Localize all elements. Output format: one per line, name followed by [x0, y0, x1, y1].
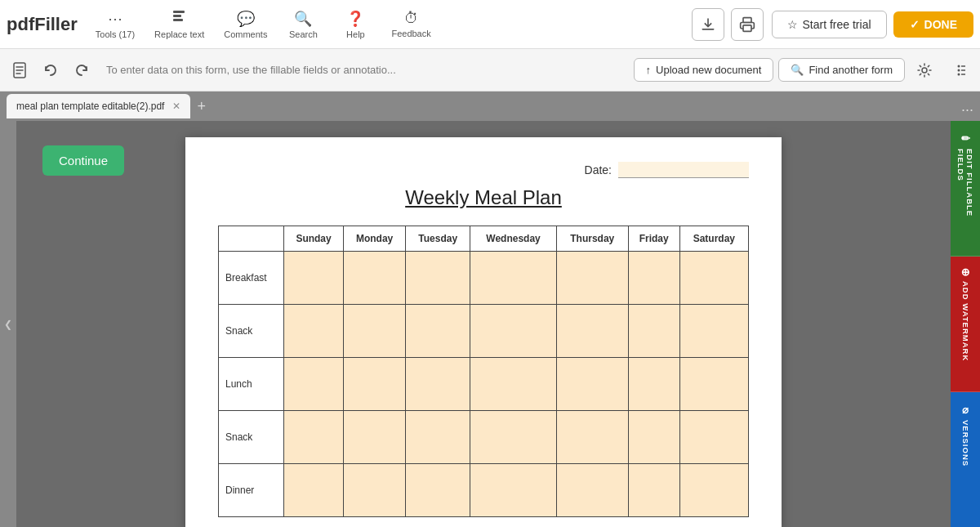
download-button[interactable] — [692, 8, 724, 41]
svg-point-9 — [958, 69, 960, 71]
cell-dinner-4-monday[interactable] — [344, 464, 406, 517]
start-trial-button[interactable]: ☆ Start free trial — [772, 11, 887, 38]
cell-dinner-4-thursday[interactable] — [556, 464, 628, 517]
tab-more-button[interactable]: ... — [961, 98, 973, 115]
cell-snack-3-sunday[interactable] — [284, 411, 344, 464]
print-button[interactable] — [731, 8, 764, 41]
page-icon-button[interactable] — [7, 57, 33, 83]
table-row: Snack — [219, 411, 749, 464]
cell-breakfast-0-sunday[interactable] — [284, 252, 344, 305]
replace-text-icon — [172, 9, 188, 28]
table-row: Snack — [219, 305, 749, 358]
start-trial-label: Start free trial — [803, 18, 871, 31]
cell-dinner-4-saturday[interactable] — [679, 464, 748, 517]
cell-breakfast-0-thursday[interactable] — [556, 252, 628, 305]
table-row: Dinner — [219, 464, 749, 517]
help-icon: ❓ — [346, 10, 364, 28]
header-empty — [219, 226, 284, 252]
cell-lunch-2-wednesday[interactable] — [470, 358, 556, 411]
comments-tool[interactable]: 💬 Comments — [216, 7, 275, 42]
header-sunday: Sunday — [284, 226, 344, 252]
upload-icon: ↑ — [646, 64, 652, 76]
cell-snack-1-wednesday[interactable] — [470, 305, 556, 358]
comments-icon: 💬 — [237, 10, 255, 28]
cell-dinner-4-wednesday[interactable] — [470, 464, 556, 517]
svg-point-10 — [958, 73, 960, 75]
cell-snack-1-friday[interactable] — [628, 305, 679, 358]
cell-snack-1-saturday[interactable] — [679, 305, 748, 358]
cell-snack-1-monday[interactable] — [344, 305, 406, 358]
feedback-label: Feedback — [391, 29, 430, 38]
cell-breakfast-0-wednesday[interactable] — [470, 252, 556, 305]
svg-rect-5 — [743, 25, 751, 31]
logo: pdfFiller — [7, 14, 78, 35]
left-sidebar-toggle[interactable]: ❮ — [4, 319, 12, 330]
replace-text-tool[interactable]: Replace text — [146, 6, 212, 42]
svg-rect-1 — [173, 15, 181, 17]
right-sidebar: ✏ EDIT FILLABLE FIELDS ⊕ ADD WATERMARK ⌀… — [951, 121, 980, 527]
cell-breakfast-0-friday[interactable] — [628, 252, 679, 305]
help-tool[interactable]: ❓ Help — [331, 7, 380, 42]
cell-snack-3-monday[interactable] — [344, 411, 406, 464]
cell-lunch-2-thursday[interactable] — [556, 358, 628, 411]
cell-lunch-2-monday[interactable] — [344, 358, 406, 411]
undo-button[interactable] — [38, 57, 64, 83]
cell-breakfast-0-tuesday[interactable] — [406, 252, 470, 305]
add-tab-button[interactable]: + — [197, 98, 206, 115]
help-label: Help — [346, 29, 365, 39]
search-tool[interactable]: 🔍 Search — [278, 7, 327, 42]
continue-button[interactable]: Continue — [42, 145, 124, 176]
edit-fillable-fields-tab[interactable]: ✏ EDIT FILLABLE FIELDS — [951, 121, 980, 257]
cell-snack-3-wednesday[interactable] — [470, 411, 556, 464]
header-monday: Monday — [344, 226, 406, 252]
versions-label: VERSIONS — [961, 420, 970, 467]
cell-snack-3-friday[interactable] — [628, 411, 679, 464]
date-row: Date: — [218, 162, 749, 178]
cell-breakfast-0-saturday[interactable] — [679, 252, 748, 305]
cell-dinner-4-tuesday[interactable] — [406, 464, 470, 517]
cell-lunch-2-friday[interactable] — [628, 358, 679, 411]
cell-snack-1-tuesday[interactable] — [406, 305, 470, 358]
redo-button[interactable] — [69, 57, 95, 83]
pdf-title: Weekly Meal Plan — [218, 186, 749, 209]
upload-document-button[interactable]: ↑ Upload new document — [634, 58, 774, 82]
tools-label: Tools (17) — [96, 29, 135, 39]
edit-fields-label: EDIT FILLABLE FIELDS — [956, 149, 974, 244]
cell-lunch-2-tuesday[interactable] — [406, 358, 470, 411]
cell-dinner-4-friday[interactable] — [628, 464, 679, 517]
row-label-dinner-4: Dinner — [219, 464, 284, 517]
cell-snack-3-saturday[interactable] — [679, 411, 748, 464]
header-friday: Friday — [628, 226, 679, 252]
header-wednesday: Wednesday — [470, 226, 556, 252]
find-another-label: Find another form — [808, 64, 893, 76]
edit-fields-icon: ✏ — [960, 132, 972, 145]
cell-dinner-4-sunday[interactable] — [284, 464, 344, 517]
replace-text-label: Replace text — [154, 29, 204, 39]
versions-tab[interactable]: ⌀ VERSIONS — [951, 392, 980, 527]
done-label: DONE — [924, 18, 957, 31]
find-another-form-button[interactable]: 🔍 Find another form — [778, 58, 905, 82]
header-saturday: Saturday — [679, 226, 748, 252]
main-content: ❮ Continue Date: Weekly Meal Plan Sunday… — [0, 121, 980, 527]
cell-snack-1-sunday[interactable] — [284, 305, 344, 358]
row-label-breakfast-0: Breakfast — [219, 252, 284, 305]
tab-close-icon[interactable]: ✕ — [172, 100, 180, 112]
cell-breakfast-0-monday[interactable] — [344, 252, 406, 305]
cell-lunch-2-sunday[interactable] — [284, 358, 344, 411]
date-input[interactable] — [618, 162, 749, 178]
header-thursday: Thursday — [556, 226, 628, 252]
feedback-tool[interactable]: ⏱ Feedback — [383, 7, 439, 42]
svg-rect-4 — [743, 17, 751, 22]
settings-button[interactable] — [910, 56, 939, 85]
cell-snack-3-thursday[interactable] — [556, 411, 628, 464]
toolbar: To enter data on this form, use the fill… — [0, 49, 980, 92]
document-tab[interactable]: meal plan template editable(2).pdf ✕ — [7, 94, 190, 118]
find-form-icon: 🔍 — [791, 64, 804, 76]
tools-menu[interactable]: ⋯ Tools (17) — [87, 7, 143, 42]
cell-snack-1-thursday[interactable] — [556, 305, 628, 358]
done-button[interactable]: ✓ DONE — [893, 11, 973, 38]
cell-lunch-2-saturday[interactable] — [679, 358, 748, 411]
menu-lines-button[interactable] — [944, 56, 973, 85]
add-watermark-tab[interactable]: ⊕ ADD WATERMARK — [951, 257, 980, 392]
cell-snack-3-tuesday[interactable] — [406, 411, 470, 464]
